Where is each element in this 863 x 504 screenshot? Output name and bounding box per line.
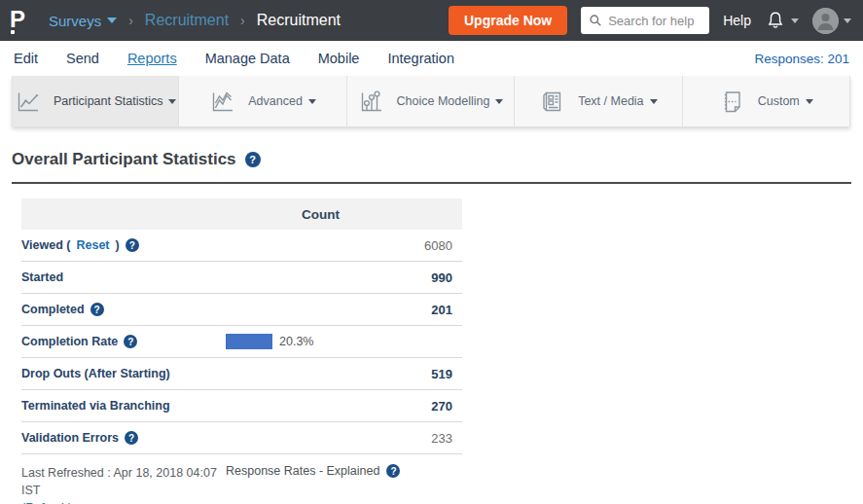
search-input[interactable] xyxy=(608,14,701,28)
report-toolbar: Participant StatisticsAdvancedChoice Mod… xyxy=(12,76,850,126)
page-icon xyxy=(719,89,745,115)
top-header: P Surveys › Recruitment › Recruitment Up… xyxy=(0,0,863,41)
row-label-text: Viewed ( xyxy=(21,238,70,252)
table-row: Viewed (Reset)?6080 xyxy=(21,230,462,262)
row-label-text: ) xyxy=(116,238,120,252)
table-row: Validation Errors?233 xyxy=(21,422,462,454)
row-count-value: 201 xyxy=(226,303,462,317)
row-label: Validation Errors? xyxy=(21,431,226,445)
report-button-advanced[interactable]: Advanced xyxy=(179,76,346,126)
completion-rate-bar xyxy=(226,334,272,349)
divider xyxy=(12,182,851,184)
help-search-box[interactable] xyxy=(581,7,709,34)
survey-tabs-row: EditSendReportsManage DataMobileIntegrat… xyxy=(0,41,863,76)
upgrade-now-button[interactable]: Upgrade Now xyxy=(449,6,567,35)
stats-table-rows: Viewed (Reset)?6080Started990Completed?2… xyxy=(21,230,462,454)
chevron-down-icon xyxy=(107,18,117,23)
bubble-chart-icon xyxy=(358,89,384,115)
row-count-value: 233 xyxy=(226,431,462,446)
row-label: Completed? xyxy=(21,303,226,316)
survey-tabs: EditSendReportsManage DataMobileIntegrat… xyxy=(14,51,454,66)
search-icon xyxy=(589,14,602,27)
row-label-text: Validation Errors xyxy=(21,431,119,445)
table-row: Completed?201 xyxy=(21,294,462,326)
chevron-down-icon xyxy=(791,18,799,23)
responses-count[interactable]: Responses: 201 xyxy=(754,52,849,66)
account-menu[interactable] xyxy=(812,8,851,34)
trend-chart-icon xyxy=(209,89,235,115)
tab-edit[interactable]: Edit xyxy=(14,51,38,66)
breadcrumb-separator: › xyxy=(240,13,245,28)
avatar xyxy=(812,8,839,34)
help-icon[interactable]: ? xyxy=(386,464,400,478)
report-button-text-media[interactable]: Text / Media xyxy=(515,76,682,126)
chevron-down-icon xyxy=(650,99,658,104)
row-label-text: Completion Rate xyxy=(21,335,118,348)
table-footer: Last Refreshed : Apr 18, 2018 04:07 IST … xyxy=(21,464,863,504)
report-button-label: Text / Media xyxy=(578,94,643,108)
surveys-dropdown[interactable]: Surveys xyxy=(49,13,117,29)
row-count-value: 990 xyxy=(226,270,462,285)
breadcrumb-parent[interactable]: Recruitment xyxy=(145,12,229,29)
chevron-down-icon xyxy=(308,99,316,104)
notifications-menu[interactable] xyxy=(765,10,799,31)
participant-stats-table: Count Viewed (Reset)?6080Started990Compl… xyxy=(21,198,462,454)
help-icon[interactable]: ? xyxy=(126,238,139,252)
page-title: Overall Participant Statistics xyxy=(12,150,236,169)
row-label: Terminated via Branching xyxy=(21,399,226,413)
row-label: Drop Outs (After Starting) xyxy=(21,367,226,380)
header-actions: Upgrade Now Help xyxy=(449,6,851,35)
report-button-label: Custom xyxy=(758,94,800,108)
tab-mobile[interactable]: Mobile xyxy=(318,51,360,66)
app-window: P Surveys › Recruitment › Recruitment Up… xyxy=(0,0,863,504)
report-button-label: Advanced xyxy=(248,94,303,108)
last-refreshed-text: Last Refreshed : Apr 18, 2018 04:07 IST xyxy=(21,466,217,497)
row-label-text: Completed xyxy=(21,303,85,316)
table-row: Started990 xyxy=(21,262,462,294)
row-count-value: 270 xyxy=(226,399,462,414)
tab-integration[interactable]: Integration xyxy=(387,51,454,66)
completion-rate-cell: 20.3% xyxy=(226,334,462,349)
count-column-header: Count xyxy=(302,207,340,222)
surveys-label: Surveys xyxy=(49,13,101,29)
row-label: Started xyxy=(21,270,226,284)
row-label: Completion Rate? xyxy=(21,335,226,348)
chevron-down-icon xyxy=(806,99,813,104)
help-icon[interactable]: ? xyxy=(124,335,137,348)
logo-letter: P xyxy=(10,6,25,32)
report-button-choice-modelling[interactable]: Choice Modelling xyxy=(347,76,515,126)
row-label: Viewed (Reset)? xyxy=(21,238,226,252)
table-row: Terminated via Branching270 xyxy=(21,390,462,422)
help-icon[interactable]: ? xyxy=(90,303,104,316)
report-button-custom[interactable]: Custom xyxy=(683,76,850,126)
response-rates-block: Response Rates - Explained ? xyxy=(226,464,400,478)
main-content: Overall Participant Statistics ? Count V… xyxy=(0,150,863,504)
logo-dot xyxy=(11,30,15,34)
questionpro-logo-icon[interactable]: P xyxy=(10,7,33,34)
row-count-value: 6080 xyxy=(226,238,462,253)
chevron-down-icon xyxy=(844,18,851,23)
chevron-down-icon xyxy=(495,99,503,104)
report-button-label: Participant Statistics xyxy=(54,94,163,108)
help-link[interactable]: Help xyxy=(723,13,751,28)
breadcrumb-current: Recruitment xyxy=(257,12,341,29)
response-rates-label: Response Rates - Explained xyxy=(226,464,379,478)
tab-reports[interactable]: Reports xyxy=(127,51,177,66)
row-label-text: Terminated via Branching xyxy=(21,399,170,413)
bell-icon xyxy=(765,10,786,31)
table-header-row: Count xyxy=(21,198,462,230)
row-label-text: Drop Outs (After Starting) xyxy=(21,367,170,380)
tab-send[interactable]: Send xyxy=(66,51,99,66)
report-button-label: Choice Modelling xyxy=(397,94,490,108)
row-count-value: 519 xyxy=(226,367,462,381)
table-row: Drop Outs (After Starting)519 xyxy=(21,358,462,390)
report-button-participant-statistics[interactable]: Participant Statistics xyxy=(12,76,179,126)
breadcrumb-separator: › xyxy=(128,13,133,28)
help-icon[interactable]: ? xyxy=(245,152,261,167)
reset-link[interactable]: Reset xyxy=(76,238,109,252)
chevron-down-icon xyxy=(168,99,176,104)
last-refreshed-block: Last Refreshed : Apr 18, 2018 04:07 IST … xyxy=(21,464,226,504)
line-chart-icon xyxy=(15,89,41,115)
tab-manage-data[interactable]: Manage Data xyxy=(205,51,290,66)
help-icon[interactable]: ? xyxy=(125,431,138,445)
